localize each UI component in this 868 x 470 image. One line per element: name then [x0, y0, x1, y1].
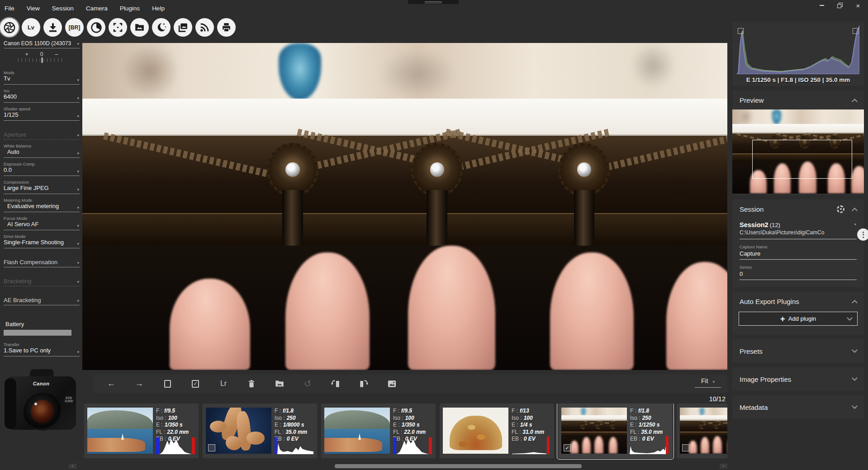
histogram-panel: E 1/1250 s | F1.8 | ISO 250 | 35.0 mm	[732, 22, 864, 86]
open-folder-icon[interactable]	[275, 378, 285, 389]
zoom-fit-dropdown[interactable]: Fit ▾	[695, 377, 721, 388]
next-image-button[interactable]: →	[134, 378, 144, 389]
filmstrip-thumbnail-1[interactable]: F :f/9.5 Iso :100 E :1/350 s FL :22.0 mm…	[84, 404, 199, 458]
delete-icon[interactable]	[247, 378, 256, 389]
chevron-down-icon: ▾	[77, 42, 79, 46]
menu-session[interactable]: Session	[52, 5, 74, 12]
thumbnail-checkbox[interactable]	[208, 444, 215, 451]
field-metering-mode[interactable]: Metering Mode Evaluative metering ▾	[4, 198, 80, 212]
field-drive-mode[interactable]: Drive Mode Single-Frame Shooting ▾	[4, 234, 80, 248]
rotate-right-icon[interactable]	[359, 378, 369, 389]
focus-frame-icon	[112, 22, 123, 33]
focus-stacking-button[interactable]	[109, 18, 127, 37]
session-panel-header[interactable]: Session	[732, 199, 864, 218]
thumbnail-exif: F :f/9.5 Iso :100 E :1/350 s FL :22.0 mm…	[393, 408, 432, 454]
field-transfer[interactable]: Transfer 1.Save to PC only ▾	[4, 342, 80, 356]
filmstrip-thumbnail-3[interactable]: F :f/9.5 Iso :100 E :1/350 s FL :22.0 mm…	[321, 404, 436, 458]
chevron-down-icon: ▾	[77, 151, 79, 156]
metadata-panel-header[interactable]: Metadata	[732, 395, 864, 419]
field-iso[interactable]: Iso 6400 ▾	[4, 88, 80, 103]
menu-help[interactable]: Help	[152, 5, 165, 12]
chevron-up-icon[interactable]	[852, 98, 858, 104]
thumbnail-checkbox-checked[interactable]: ✓	[564, 444, 571, 451]
rss-icon	[199, 22, 210, 33]
chevron-down-icon[interactable]	[852, 403, 858, 409]
viewer-toolbar: ← → ✓ Lr ↺ Fit ▾	[94, 375, 727, 393]
field-focus-mode[interactable]: Focus Mode AI Servo AF ▾	[4, 216, 80, 230]
scrollbar-thumb[interactable]	[335, 464, 582, 468]
filmstrip-scrollbar[interactable]: ‹ ›	[69, 464, 727, 469]
minimize-icon[interactable]	[818, 2, 825, 9]
moon-stars-icon	[156, 22, 167, 33]
capture-button[interactable]	[0, 18, 19, 37]
exposure-meter[interactable]: + 0 –	[4, 51, 80, 66]
thumbnail-histogram	[393, 435, 432, 454]
menu-view[interactable]: View	[27, 5, 40, 12]
thumbnail-checkbox[interactable]	[682, 444, 689, 451]
chevron-down-icon[interactable]	[852, 347, 858, 353]
session-select[interactable]: Session2(12) ▾	[740, 221, 857, 228]
bracketing-button[interactable]: [BR]	[65, 18, 84, 37]
rotate-left-icon[interactable]	[331, 378, 341, 389]
auto-export-panel-header[interactable]: Auto Export Plugins	[732, 292, 864, 311]
image-properties-title: Image Properties	[740, 375, 791, 383]
histogram-left-checkbox[interactable]	[738, 28, 744, 34]
auto-export-title: Auto Export Plugins	[740, 298, 799, 305]
add-plugin-button[interactable]: + Add plugin	[739, 312, 858, 326]
meter-minus: –	[55, 51, 58, 57]
chevron-up-icon[interactable]	[852, 207, 858, 213]
session-path: C:\Users\Duka\Pictures\digiCamCo	[740, 228, 857, 239]
fit-label: Fit	[701, 377, 708, 385]
field-aperture: Aperture ▾	[4, 129, 80, 140]
field-compression[interactable]: Compression Large Fine JPEG ▾	[4, 180, 80, 194]
histogram-right-checkbox[interactable]	[853, 28, 859, 34]
meter-ticks	[18, 58, 65, 62]
edit-image-icon[interactable]	[387, 378, 397, 389]
select-icon[interactable]: ✓	[190, 378, 200, 389]
image-properties-panel-header[interactable]: Image Properties	[732, 367, 864, 391]
webserver-button[interactable]	[195, 18, 214, 37]
camera-select[interactable]: Canon EOS 1100D (243073 ▾	[4, 39, 80, 48]
filmstrip-thumbnail-2[interactable]: F :f/1.8 Iso :250 E :1/8000 s FL :35.0 m…	[203, 404, 317, 458]
filmstrip-thumbnail-6-partial[interactable]	[677, 404, 727, 458]
menu-camera[interactable]: Camera	[86, 5, 108, 12]
camera-lens	[24, 393, 62, 431]
restore-icon[interactable]	[836, 2, 844, 9]
field-ae-bracketing[interactable]: AE Bracketing ▾	[4, 294, 80, 305]
browse-session-button[interactable]	[130, 18, 149, 37]
capture-name-input[interactable]: Capture	[740, 249, 857, 260]
thumbnail-image-gears-scene: ✓	[561, 408, 627, 454]
timelapse-button[interactable]	[87, 18, 105, 37]
gear-icon[interactable]	[837, 205, 844, 213]
previous-image-button[interactable]: ←	[106, 378, 116, 389]
field-mode[interactable]: Mode Tv ▾	[4, 70, 80, 85]
live-view-button[interactable]: Lv	[22, 18, 40, 37]
chevron-up-icon[interactable]	[852, 299, 858, 305]
filmstrip-thumbnail-4[interactable]: F :f/13 Iso :100 E :1/4 s FL :31.0 mm EB…	[440, 404, 554, 458]
astronomy-button[interactable]	[152, 18, 171, 37]
window-drag-handle[interactable]	[408, 0, 459, 4]
sidebar-overflow-button[interactable]	[857, 228, 868, 241]
field-exposure-comp[interactable]: Exposure Comp. 0.0 ▾	[4, 161, 80, 176]
chevron-down-icon: ▾	[77, 350, 79, 354]
close-icon[interactable]: ×	[854, 2, 862, 9]
deselect-icon[interactable]	[162, 378, 172, 389]
scroll-left-icon[interactable]: ‹	[69, 464, 76, 469]
preview-panel-header[interactable]: Preview	[732, 90, 864, 109]
restore-image-icon: ↺	[303, 378, 313, 389]
download-photos-button[interactable]	[43, 18, 62, 37]
menu-plugins[interactable]: Plugins	[120, 5, 140, 12]
field-white-balance[interactable]: White Balance Auto ▾	[4, 143, 80, 158]
series-input[interactable]: 0	[740, 270, 857, 280]
filmstrip-thumbnail-5-selected[interactable]: ✓ F :f/1.8 Iso :250 E :1/1250 s FL :35.0…	[558, 404, 673, 458]
multiple-images-button[interactable]	[174, 18, 192, 37]
lightroom-button[interactable]: Lr	[218, 378, 228, 389]
preview-crop-rectangle[interactable]	[752, 140, 852, 179]
field-shutter-speed[interactable]: Shutter speed 1/125 ▾	[4, 106, 80, 121]
menu-file[interactable]: File	[5, 5, 14, 12]
field-flash-compensation[interactable]: Flash Compensation ▾	[4, 256, 80, 267]
scroll-right-icon[interactable]: ›	[720, 464, 727, 469]
print-button[interactable]	[217, 18, 236, 37]
chevron-down-icon[interactable]	[852, 375, 858, 381]
presets-panel-header[interactable]: Presets	[732, 339, 864, 363]
